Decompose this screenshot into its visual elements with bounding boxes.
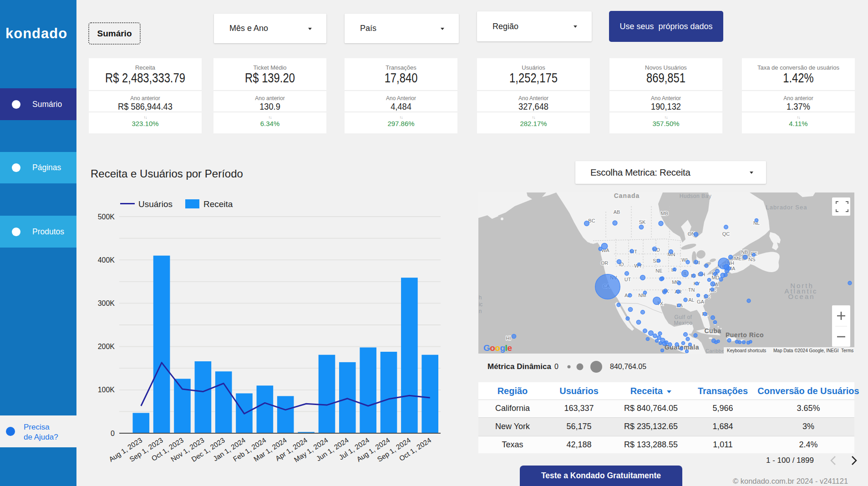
svg-text:Cuba: Cuba bbox=[705, 327, 721, 334]
svg-text:Map Data ©2024 Google, INEGI: Map Data ©2024 Google, INEGI bbox=[773, 348, 839, 353]
svg-text:300K: 300K bbox=[98, 299, 115, 307]
svg-text:Canada: Canada bbox=[614, 192, 640, 199]
svg-text:200K: 200K bbox=[98, 343, 115, 350]
svg-text:ic: ic bbox=[479, 301, 483, 308]
svg-text:n: n bbox=[479, 308, 482, 314]
svg-text:Google: Google bbox=[483, 343, 512, 353]
svg-text:NB: NB bbox=[741, 249, 748, 255]
svg-text:NE: NE bbox=[655, 268, 662, 273]
svg-text:0: 0 bbox=[111, 430, 115, 437]
svg-text:AL: AL bbox=[688, 297, 694, 303]
svg-text:Keyboard shortcuts: Keyboard shortcuts bbox=[727, 348, 766, 353]
svg-text:Ocean: Ocean bbox=[788, 293, 815, 300]
svg-text:100K: 100K bbox=[98, 386, 115, 394]
svg-text:Hudson Bay: Hudson Bay bbox=[680, 193, 711, 199]
svg-text:Puerto Rico: Puerto Rico bbox=[726, 331, 764, 339]
svg-text:SK: SK bbox=[639, 219, 646, 225]
svg-text:Caribbe: Caribbe bbox=[706, 348, 725, 354]
svg-text:GA: GA bbox=[697, 299, 705, 304]
svg-text:500K: 500K bbox=[98, 213, 115, 221]
svg-text:HI: HI bbox=[506, 335, 511, 341]
svg-text:h: h bbox=[479, 294, 482, 301]
svg-text:AB: AB bbox=[614, 209, 620, 215]
svg-text:NS: NS bbox=[748, 257, 755, 262]
svg-text:Gulf of: Gulf of bbox=[675, 314, 692, 320]
svg-text:TN: TN bbox=[688, 287, 695, 293]
svg-text:400K: 400K bbox=[98, 256, 115, 264]
svg-text:UT: UT bbox=[624, 277, 631, 282]
svg-text:ME: ME bbox=[734, 256, 742, 261]
svg-text:OR: OR bbox=[601, 260, 609, 266]
svg-text:MB: MB bbox=[661, 211, 669, 216]
svg-text:Mexico: Mexico bbox=[674, 320, 692, 326]
svg-text:Labrador Sea: Labrador Sea bbox=[766, 204, 807, 211]
svg-text:Terms: Terms bbox=[841, 348, 853, 353]
svg-text:QC: QC bbox=[722, 231, 730, 237]
